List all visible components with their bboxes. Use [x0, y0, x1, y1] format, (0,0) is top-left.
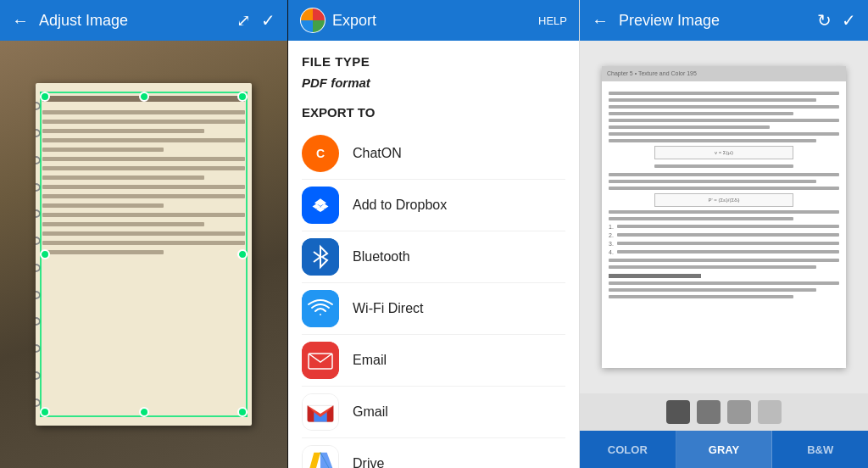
swatch-dark[interactable]: [666, 400, 690, 424]
file-type-label: FILE TYPE: [302, 54, 565, 69]
export-item-gmail[interactable]: Gmail: [302, 387, 565, 438]
drive-icon: [302, 445, 339, 468]
doc-formula-2: P' = (Σεᵢ)/(Σδᵢ): [654, 193, 793, 207]
panel2-header: Export HELP: [288, 0, 579, 41]
panel3-refresh-button[interactable]: ↻: [817, 10, 832, 31]
tab-gray[interactable]: GRAY: [676, 431, 773, 468]
email-icon: [302, 342, 339, 379]
dropbox-label: Add to Dropbox: [353, 198, 447, 213]
panel2-title: Export: [332, 12, 531, 30]
file-type-value[interactable]: PDF format: [302, 75, 565, 90]
export-item-dropbox[interactable]: Add to Dropbox: [302, 180, 565, 231]
crop-handle-bottom-right[interactable]: [237, 407, 248, 417]
gmail-label: Gmail: [353, 404, 388, 420]
help-button[interactable]: HELP: [538, 14, 567, 27]
export-item-bluetooth[interactable]: Bluetooth: [302, 231, 565, 283]
panel3-footer: COLOR GRAY B&W: [580, 431, 868, 468]
color-swatches-row: [580, 393, 868, 431]
confirm-button[interactable]: ✓: [261, 10, 275, 31]
crop-handle-left-mid[interactable]: [40, 249, 50, 259]
swatch-medium-dark[interactable]: [697, 400, 721, 424]
export-item-wifi[interactable]: Wi-Fi Direct: [302, 283, 565, 335]
panel3-back-button[interactable]: ←: [592, 11, 609, 31]
bluetooth-icon: [302, 238, 339, 276]
crop-handle-right-mid[interactable]: [237, 249, 248, 259]
panel1-header: ← Adjust Image ⤢ ✓: [0, 0, 287, 41]
export-item-chaton[interactable]: C ChatON: [302, 128, 565, 180]
panel-adjust-image: ← Adjust Image ⤢ ✓: [0, 0, 288, 468]
swatch-medium[interactable]: [727, 400, 751, 424]
doc-formula-1: v = Σ(μᵢ): [654, 146, 793, 159]
panel3-header: ← Preview Image ↻ ✓: [580, 0, 868, 41]
export-item-drive[interactable]: Drive: [302, 438, 565, 468]
drive-label: Drive: [353, 456, 384, 468]
email-label: Email: [353, 353, 387, 368]
preview-content: Chapter 5 • Texture and Color 195 v = Σ(…: [580, 41, 868, 393]
panel-export: Export HELP FILE TYPE PDF format EXPORT …: [288, 0, 580, 468]
crop-handle-bottom-left[interactable]: [40, 407, 50, 417]
svg-text:C: C: [316, 147, 325, 160]
panel3-confirm-button[interactable]: ✓: [842, 10, 856, 31]
export-to-label: EXPORT TO: [302, 105, 565, 120]
svg-rect-9: [302, 342, 339, 379]
doc-header: Chapter 5 • Texture and Color 195: [602, 66, 846, 81]
document-preview: Chapter 5 • Texture and Color 195 v = Σ(…: [602, 66, 846, 368]
gmail-icon: [302, 393, 339, 431]
tab-bw[interactable]: B&W: [772, 431, 868, 468]
scan-image[interactable]: [0, 41, 287, 468]
crop-handle-bottom-mid[interactable]: [139, 407, 149, 417]
scan-image-container: [0, 41, 287, 468]
panel-preview-image: ← Preview Image ↻ ✓ Chapter 5 • Texture …: [580, 0, 868, 468]
back-button[interactable]: ←: [12, 11, 29, 31]
tab-color[interactable]: COLOR: [580, 431, 676, 468]
expand-button[interactable]: ⤢: [236, 10, 251, 31]
wifi-icon: [302, 290, 339, 327]
crop-handle-top-mid[interactable]: [139, 92, 149, 102]
notebook-text: [42, 96, 244, 421]
crop-handle-top-right[interactable]: [237, 92, 248, 102]
app-logo: [300, 8, 326, 33]
page-title: Adjust Image: [39, 12, 226, 30]
wifi-label: Wi-Fi Direct: [353, 301, 424, 316]
notebook-page: [36, 83, 251, 425]
swatch-light[interactable]: [758, 400, 782, 424]
export-content: FILE TYPE PDF format EXPORT TO C ChatON: [288, 41, 579, 468]
panel3-title: Preview Image: [619, 12, 807, 30]
doc-body: v = Σ(μᵢ) P' = (Σεᵢ)/(Σδᵢ) 1. 2. 3. 4.: [602, 86, 846, 307]
dropbox-icon: [302, 187, 339, 224]
export-item-email[interactable]: Email: [302, 335, 565, 387]
chaton-icon: C: [302, 135, 339, 172]
bluetooth-label: Bluetooth: [353, 249, 410, 265]
chaton-label: ChatON: [353, 146, 402, 161]
